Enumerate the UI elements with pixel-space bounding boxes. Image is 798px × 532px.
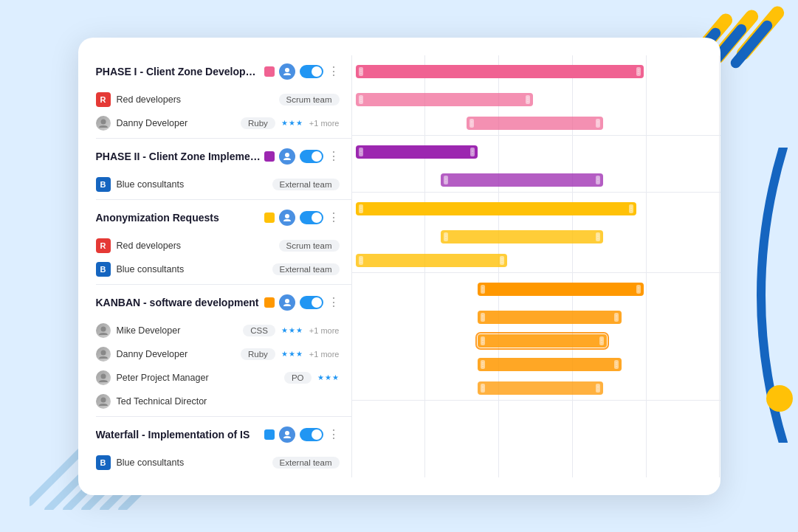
- anon-color: [264, 213, 275, 223]
- kanban-bar-handle-right: [636, 285, 641, 294]
- kanban-gantt-sub3: [352, 376, 720, 400]
- kanban-color: [264, 297, 275, 308]
- anon-sub0-handle-r: [596, 232, 600, 241]
- phase2-color: [264, 151, 275, 162]
- phase1-header: PHASE I - Client Zone Development ... ⋮: [96, 55, 351, 88]
- anon-more[interactable]: ⋮: [328, 212, 340, 224]
- anon-toggle[interactable]: [300, 211, 323, 224]
- svg-rect-5: [729, 18, 774, 70]
- phase1-avatar: [279, 63, 295, 80]
- phase2-more[interactable]: ⋮: [328, 151, 340, 162]
- kanban-sub1: Danny Developer Ruby ★★★ +1 more: [96, 342, 351, 366]
- waterfall-sub0: B Blue consultants External team: [96, 451, 351, 474]
- phase1-sub0-bar[interactable]: [356, 93, 533, 106]
- anon-header: Anonymization Requests ⋮: [96, 201, 351, 234]
- anon-avatar: [279, 210, 295, 226]
- phase2-bar-main[interactable]: [356, 145, 478, 159]
- kanban-sub2-skill: PO: [284, 372, 312, 384]
- phase1-sub1-plus: +1 more: [309, 119, 340, 128]
- waterfall-avatar: [279, 426, 295, 443]
- kanban-sub0-bar[interactable]: [478, 311, 622, 324]
- waterfall-header: Waterfall - Implementation of IS ⋮: [96, 418, 351, 451]
- kanban-sub1-handle-r: [599, 336, 604, 345]
- svg-point-19: [100, 350, 106, 355]
- phase2-controls: ⋮: [264, 148, 340, 165]
- kanban-sub1-stars: ★★★: [281, 350, 303, 358]
- kanban-controls: ⋮: [264, 294, 340, 311]
- svg-point-15: [285, 153, 289, 157]
- phase1-section: PHASE I - Client Zone Development ... ⋮ …: [96, 55, 351, 135]
- anon-sub1-badge: B: [96, 262, 111, 277]
- phase2-sub0-handle-r: [596, 176, 600, 184]
- kanban-sub0-handle-r: [614, 313, 619, 322]
- kanban-sub3-bar[interactable]: [478, 381, 603, 395]
- anon-sub0-name: Red developers: [117, 241, 273, 251]
- phase1-gantt-sub0: [352, 88, 720, 111]
- kanban-sub2-handle-r: [614, 360, 619, 369]
- anon-gantt-header: [352, 193, 720, 225]
- kanban-toggle[interactable]: [300, 296, 323, 309]
- kanban-title: KANBAN - software development: [96, 297, 264, 308]
- phase1-sub0-badge: R: [96, 92, 111, 107]
- kanban-sub0-name: Mike Developer: [117, 325, 238, 336]
- svg-point-16: [285, 214, 289, 218]
- phase1-sub1-skill: Ruby: [241, 117, 275, 129]
- phase1-sub0: R Red developers Scrum team: [96, 88, 351, 111]
- svg-point-17: [285, 299, 289, 303]
- anon-sub1-bar[interactable]: [356, 254, 507, 267]
- kanban-sub2-handle-l: [481, 360, 485, 369]
- kanban-more[interactable]: ⋮: [328, 297, 340, 308]
- kanban-sub0: Mike Developer CSS ★★★ +1 more: [96, 319, 351, 342]
- phase1-sub1-handle-l: [469, 119, 474, 128]
- waterfall-sub0-name: Blue consultants: [117, 457, 266, 468]
- phase1-gantt-sub1: [352, 111, 720, 135]
- waterfall-sub0-tag: External team: [272, 457, 340, 469]
- kanban-sub1-handle-l: [481, 336, 485, 345]
- anon-sub1: B Blue consultants External team: [96, 258, 351, 281]
- kanban-bar-main[interactable]: [478, 283, 644, 296]
- waterfall-controls: ⋮: [264, 426, 340, 443]
- anon-controls: ⋮: [264, 210, 340, 226]
- phase1-more[interactable]: ⋮: [328, 66, 340, 77]
- kanban-sub1-avatar: [96, 347, 111, 362]
- phase1-toggle[interactable]: [300, 65, 323, 78]
- kanban-sub2: Peter Project Manager PO ★★★: [96, 366, 351, 390]
- svg-point-20: [100, 373, 106, 379]
- kanban-bar-handle-left: [481, 285, 485, 294]
- divider4: [96, 416, 351, 417]
- phase1-controls: ⋮: [264, 63, 340, 80]
- gantt-rows: [352, 55, 720, 457]
- anon-bar-handle-left: [359, 204, 363, 213]
- anon-sub1-handle-r: [500, 256, 504, 265]
- phase2-sub0-tag: External team: [272, 179, 340, 190]
- phase2-avatar: [279, 148, 295, 165]
- waterfall-gantt-header: [352, 401, 720, 433]
- right-side-decoration: [724, 148, 798, 443]
- phase2-sub0-bar[interactable]: [441, 173, 603, 187]
- kanban-gantt-sub1: [352, 329, 720, 353]
- kanban-sub0-skill: CSS: [243, 325, 275, 336]
- phase2-toggle[interactable]: [300, 150, 323, 163]
- svg-point-13: [285, 68, 289, 72]
- anon-sub0-badge: R: [96, 238, 111, 253]
- phase1-sub0-handle-r: [526, 95, 530, 104]
- waterfall-more[interactable]: ⋮: [328, 429, 340, 441]
- phase1-bar-handle-right: [636, 67, 641, 76]
- phase1-bar-main[interactable]: [356, 65, 644, 78]
- kanban-sub2-bar[interactable]: [478, 358, 622, 371]
- phase2-bar-handle-right: [470, 148, 475, 156]
- phase1-sub1-bar[interactable]: [467, 117, 603, 130]
- svg-point-12: [766, 385, 793, 412]
- waterfall-toggle[interactable]: [300, 428, 323, 441]
- anon-sub0-bar[interactable]: [441, 230, 603, 243]
- kanban-sub0-stars: ★★★: [281, 326, 303, 334]
- phase2-gantt-sub0: [352, 168, 720, 192]
- kanban-gantt-sub0: [352, 305, 720, 329]
- phase1-color: [264, 66, 275, 77]
- kanban-sub1-bar[interactable]: [478, 334, 607, 348]
- kanban-sub3-handle-l: [481, 384, 485, 393]
- svg-point-21: [100, 397, 106, 402]
- anon-bar-main[interactable]: [356, 202, 636, 215]
- phase1-sub1: Danny Developer Ruby ★★★ +1 more: [96, 111, 351, 135]
- kanban-sub0-handle-l: [481, 313, 485, 322]
